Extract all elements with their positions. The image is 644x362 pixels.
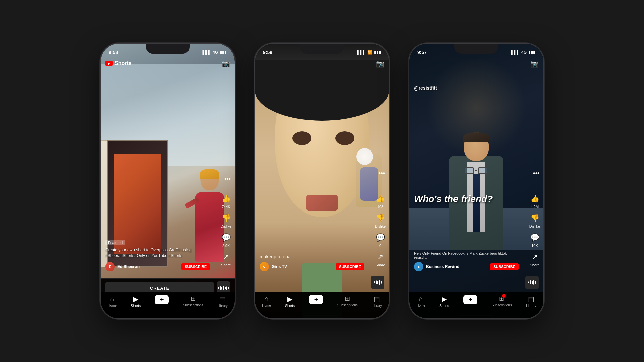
nav-bar-2: ⌂ Home ▶ Shorts + ⊞ Subscriptions ▤ Libr… bbox=[255, 292, 389, 318]
share-icon-1: ↗ bbox=[220, 251, 232, 263]
share-btn-2[interactable]: ↗ Share bbox=[374, 251, 386, 267]
soundwave-icon-3 bbox=[528, 280, 536, 285]
channel-name-2: Girls TV bbox=[272, 264, 333, 269]
library-icon-3: ▤ bbox=[528, 295, 534, 303]
video-title-1: Create your own short to Overpass Graffi… bbox=[105, 247, 210, 259]
soundwave-btn-3[interactable] bbox=[525, 276, 539, 289]
like-btn-1[interactable]: 👍 744K bbox=[220, 193, 232, 209]
battery-icon-2: ▮▮▮ bbox=[374, 50, 381, 55]
nav-plus-3[interactable]: + bbox=[463, 295, 477, 304]
nav-home-2[interactable]: ⌂ Home bbox=[262, 295, 271, 307]
dislike-icon-3: 👎 bbox=[529, 212, 541, 224]
nav-library-1[interactable]: ▤ Library bbox=[217, 295, 228, 308]
comment-btn-3[interactable]: 💬 10K bbox=[529, 232, 541, 248]
share-btn-1[interactable]: ↗ Share bbox=[220, 251, 232, 267]
nav-plus-2[interactable]: + bbox=[309, 295, 323, 304]
channel-row-1: E Ed Sheeran SUBSCRIBE bbox=[105, 262, 210, 272]
nav-home-label-3: Home bbox=[416, 304, 425, 307]
nav-bar-3: ⌂ Home ▶ Shorts + ⊞ ● Subscriptions ▤ Li… bbox=[409, 292, 543, 318]
subscribe-btn-1[interactable]: SUBSCRIBE bbox=[181, 263, 210, 270]
nav-library-3[interactable]: ▤ Library bbox=[526, 295, 536, 308]
like-btn-3[interactable]: 👍 4.2M bbox=[529, 193, 541, 209]
more-options-1[interactable]: ••• bbox=[224, 176, 231, 183]
add-icon-2[interactable]: + bbox=[309, 295, 323, 304]
camera-btn-1[interactable]: 📷 bbox=[222, 60, 230, 68]
tutorial-text-2: makeup tutorial bbox=[260, 254, 364, 259]
like-btn-2[interactable]: 👍 108 bbox=[374, 193, 386, 209]
comment-icon-3: 💬 bbox=[529, 232, 541, 244]
dislike-btn-3[interactable]: 👎 Dislike bbox=[529, 212, 541, 228]
channel-row-3: B Business Rewind SUBSCRIBE bbox=[414, 262, 519, 272]
nav-shorts-2[interactable]: ▶ Shorts bbox=[285, 295, 295, 308]
share-icon-2: ↗ bbox=[374, 251, 386, 263]
nav-bar-1: ⌂ Home ▶ Shorts + ⊞ Subscriptions bbox=[101, 292, 235, 318]
channel-row-2: G Girls TV SUBSCRIBE bbox=[260, 262, 364, 272]
subscribe-btn-3[interactable]: SUBSCRIBE bbox=[490, 263, 519, 270]
add-icon-3[interactable]: + bbox=[463, 295, 477, 304]
status-bar-3: 9:57 ▌▌▌ 4G ▮▮▮ bbox=[409, 48, 543, 57]
shorts-icon-3: ▶ bbox=[442, 295, 447, 303]
nav-plus-1[interactable]: + bbox=[155, 295, 169, 304]
nav-subscriptions-3[interactable]: ⊞ ● Subscriptions bbox=[492, 295, 512, 307]
camera-btn-3[interactable]: 📷 bbox=[530, 60, 539, 68]
more-options-2[interactable]: ••• bbox=[379, 170, 385, 177]
shorts-logo-1[interactable]: ▶ Shorts bbox=[105, 60, 132, 66]
comment-btn-1[interactable]: 💬 2.9K bbox=[220, 232, 232, 248]
home-icon-1: ⌂ bbox=[110, 295, 114, 303]
camera-btn-2[interactable]: 📷 bbox=[376, 60, 384, 68]
dislike-btn-2[interactable]: 👎 Dislike bbox=[374, 212, 386, 228]
dislike-btn-1[interactable]: 👎 Dislike bbox=[220, 212, 232, 228]
subscriptions-icon-2: ⊞ bbox=[345, 295, 350, 302]
share-btn-3[interactable]: ↗ Share bbox=[529, 251, 541, 267]
like-icon-1: 👍 bbox=[220, 193, 232, 205]
like-icon-3: 👍 bbox=[529, 193, 541, 205]
overlay-text-3: Who's the friend? bbox=[414, 194, 523, 204]
phone-2: 9:59 ▌▌▌ 🛜 ▮▮▮ 📷 ••• 👍 108 👎 Dislike 💬 bbox=[255, 44, 389, 318]
comment-btn-2[interactable]: 💬 0 bbox=[374, 232, 386, 248]
nav-library-label-1: Library bbox=[217, 304, 228, 308]
soundwave-icon-1 bbox=[218, 285, 229, 291]
dislike-label-1: Dislike bbox=[221, 224, 231, 228]
phone-1: 9:58 ▌▌▌ 4G ▮▮▮ ▶ Shorts 📷 ••• 👍 744K 👎 … bbox=[101, 44, 235, 318]
nav-subs-label-1: Subscriptions bbox=[183, 303, 203, 307]
comment-count-2: 0 bbox=[379, 244, 381, 248]
nav-shorts-label-3: Shorts bbox=[439, 304, 449, 308]
nav-shorts-1[interactable]: ▶ Shorts bbox=[131, 295, 141, 308]
shorts-text-1: Shorts bbox=[115, 60, 132, 66]
comment-count-1: 2.9K bbox=[222, 244, 230, 248]
status-icons-3: ▌▌▌ 4G ▮▮▮ bbox=[511, 50, 535, 55]
nav-library-label-3: Library bbox=[526, 304, 536, 308]
soundwave-area-3[interactable] bbox=[525, 276, 539, 289]
shorts-icon-1: ▶ bbox=[133, 295, 138, 303]
like-icon-2: 👍 bbox=[374, 193, 386, 205]
phone-1-video-bg bbox=[101, 44, 235, 318]
phone-3-screen: 9:57 ▌▌▌ 4G ▮▮▮ @resistfitt Who's the fr… bbox=[409, 44, 543, 318]
soundwave-btn-2[interactable] bbox=[371, 276, 384, 289]
nav-subscriptions-1[interactable]: ⊞ Subscriptions bbox=[183, 295, 203, 307]
nav-home-1[interactable]: ⌂ Home bbox=[108, 295, 117, 307]
library-icon-1: ▤ bbox=[219, 295, 226, 303]
more-options-3[interactable]: ••• bbox=[533, 170, 539, 177]
nav-shorts-3[interactable]: ▶ Shorts bbox=[439, 295, 449, 308]
shorts-icon-2: ▶ bbox=[287, 295, 292, 303]
nav-subscriptions-2[interactable]: ⊞ Subscriptions bbox=[337, 295, 358, 307]
soundwave-area-2[interactable] bbox=[371, 276, 384, 289]
share-label-2: Share bbox=[375, 263, 385, 267]
channel-name-1: Ed Sheeran bbox=[117, 264, 179, 269]
add-icon-1[interactable]: + bbox=[155, 295, 169, 304]
subscriptions-icon-3: ⊞ ● bbox=[499, 295, 504, 302]
nav-home-3[interactable]: ⌂ Home bbox=[416, 295, 425, 307]
nav-shorts-label-2: Shorts bbox=[285, 304, 295, 308]
time-2: 9:59 bbox=[263, 50, 272, 55]
status-icons-2: ▌▌▌ 🛜 ▮▮▮ bbox=[357, 50, 381, 55]
dislike-label-3: Dislike bbox=[529, 224, 540, 228]
side-actions-3: 👍 4.2M 👎 Dislike 💬 10K ↗ Share bbox=[529, 193, 541, 270]
network-type-3: 4G bbox=[521, 50, 527, 55]
dislike-icon-1: 👎 bbox=[220, 212, 232, 224]
subscribe-btn-2[interactable]: SUBSCRIBE bbox=[336, 263, 364, 270]
nav-library-2[interactable]: ▤ Library bbox=[372, 295, 382, 308]
nav-shorts-label-1: Shorts bbox=[131, 304, 141, 308]
nav-subs-label-2: Subscriptions bbox=[337, 303, 358, 307]
channel-avatar-3: B bbox=[414, 262, 423, 272]
like-count-3: 4.2M bbox=[531, 205, 539, 209]
